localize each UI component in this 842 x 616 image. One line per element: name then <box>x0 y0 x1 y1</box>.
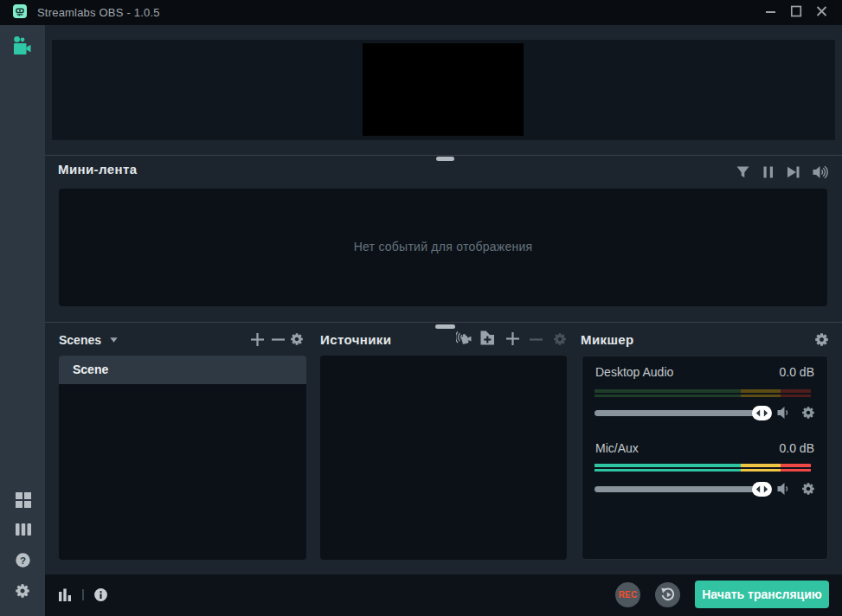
svg-text:?: ? <box>20 555 26 566</box>
